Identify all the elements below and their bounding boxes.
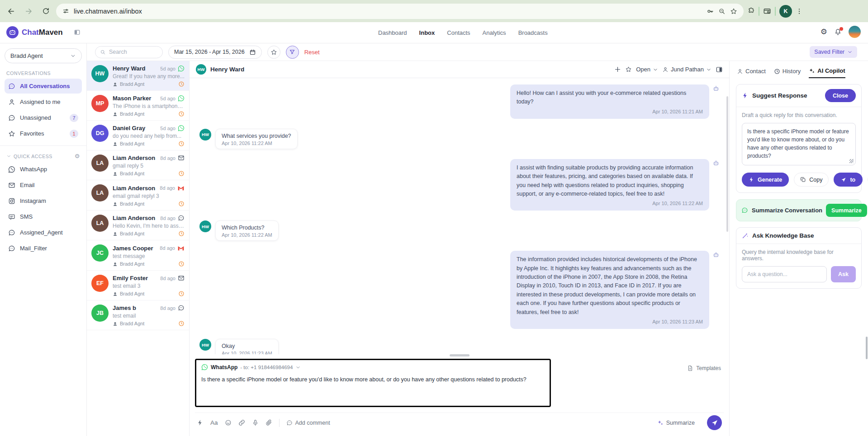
generate-button[interactable]: Generate [742, 173, 789, 187]
conversation-row-james-b[interactable]: JB James b8d ago test email Bradd Agnt [87, 300, 189, 330]
paper-plane-icon [711, 419, 718, 427]
search-input-wrap[interactable] [95, 46, 163, 58]
avatar: JB [91, 305, 109, 322]
templates-button[interactable]: Templates [687, 365, 721, 371]
sidebar-item-sms[interactable]: SMS [5, 209, 82, 224]
conversation-row-liam-anderson-3[interactable]: LA Liam Anderson8d ago Hello Kevin, I'm … [87, 211, 189, 240]
sidebar-item-favorites[interactable]: Favorites 1 [5, 126, 82, 141]
sparkle-icon [809, 68, 815, 74]
conversation-row-henry-ward[interactable]: HW Henry Ward5d ago Great! If you have a… [87, 61, 189, 91]
link-icon[interactable] [238, 419, 245, 426]
bookmark-star-icon[interactable] [730, 8, 737, 15]
sidebar-item-assigned-agent[interactable]: Assigned_Agent [5, 225, 82, 240]
sidebar-item-all-conversations[interactable]: All Conversations [5, 79, 82, 94]
emoji-icon[interactable] [225, 419, 232, 426]
browser-forward-button[interactable] [22, 5, 35, 18]
browser-profile-avatar[interactable]: K [779, 5, 792, 18]
summarize-button[interactable]: Summarize [657, 420, 695, 426]
zoom-out-icon[interactable] [718, 8, 726, 15]
favorite-filter-button[interactable] [267, 46, 280, 59]
sidebar-item-instagram[interactable]: Instagram [5, 193, 82, 208]
summarize-conversation-button[interactable]: Summarize [826, 204, 867, 217]
reset-filters-button[interactable]: Reset [304, 49, 320, 56]
conversation-row-liam-anderson-1[interactable]: LA Liam Anderson8d ago gmail reply 5 Bra… [87, 150, 189, 180]
knowledge-question-input[interactable] [742, 266, 827, 282]
resize-handle[interactable] [849, 159, 854, 163]
page-scrollbar[interactable] [866, 337, 868, 359]
browser-reload-button[interactable] [39, 5, 52, 18]
conversation-row-liam-anderson-2[interactable]: LA Liam Anderson8d ago email gmail reply… [87, 180, 189, 211]
url-bar[interactable]: live.chatmaven.ai/inbox [56, 4, 744, 19]
notifications-bell-icon[interactable] [834, 28, 842, 36]
chat-scrollbar[interactable] [726, 96, 728, 232]
chrome-separator [759, 7, 759, 16]
quick-access-gear-icon[interactable]: ⚙ [75, 153, 80, 159]
conversation-row-mason-parker[interactable]: MP Mason Parker5d ago The iPhone is a sm… [87, 91, 189, 121]
text-format-icon[interactable]: Aa [210, 419, 218, 426]
sidebar-item-unassigned[interactable]: Unassigned 7 [5, 110, 82, 125]
sidebar-item-whatsapp[interactable]: WhatsApp [5, 162, 82, 177]
inbox-toolbar: Mar 15, 2026 - Apr 15, 2026 Reset Saved … [87, 43, 868, 61]
filter-button[interactable] [286, 46, 299, 59]
chevron-down-icon[interactable] [6, 154, 11, 159]
send-button[interactable] [707, 415, 722, 430]
chevron-down-icon[interactable] [295, 365, 301, 370]
send-to-button[interactable]: to [834, 173, 863, 187]
password-key-icon[interactable] [707, 8, 714, 15]
chat-bubble-icon [8, 245, 15, 252]
ask-button[interactable]: Ask [831, 266, 856, 282]
quick-reply-bolt-icon[interactable] [197, 419, 204, 426]
favorite-star-button[interactable] [625, 66, 632, 73]
agent-select[interactable]: Bradd Agent [5, 48, 82, 63]
comment-bubble-icon [286, 420, 293, 426]
url-text[interactable]: live.chatmaven.ai/inbox [74, 8, 702, 15]
tab-contacts[interactable]: Contacts [447, 29, 470, 36]
sidebar-item-mail-filter[interactable]: Mail_Filter [5, 241, 82, 256]
search-input[interactable] [109, 49, 158, 55]
microphone-icon[interactable] [252, 419, 259, 426]
composer-recipient[interactable]: - to: +1 918446984694 [240, 365, 293, 370]
message-input-box[interactable]: WhatsApp - to: +1 918446984694 Is there … [195, 359, 551, 407]
sidebar-item-email[interactable]: Email [5, 178, 82, 192]
date-range-picker[interactable]: Mar 15, 2026 - Apr 15, 2026 [168, 46, 262, 59]
toggle-right-panel-icon[interactable] [716, 66, 723, 73]
app-header: ChatMaven Dashboard Inbox Contacts Analy… [0, 22, 868, 43]
close-button[interactable]: Close [825, 89, 856, 102]
conversation-row-emily-foster[interactable]: EF Emily Foster8d ago test email 3 Bradd… [87, 271, 189, 300]
message-time: Apr 10, 2026 11:23 AM [517, 318, 703, 326]
chatmaven-robot-icon [6, 26, 19, 38]
tab-dashboard[interactable]: Dashboard [378, 29, 407, 36]
envelope-icon [178, 155, 185, 161]
add-comment-button[interactable]: Add comment [286, 420, 330, 426]
tab-analytics[interactable]: Analytics [483, 29, 506, 36]
saved-filter-dropdown[interactable]: Saved Filter [810, 46, 857, 58]
composer-channel[interactable]: WhatsApp [211, 364, 237, 370]
suggested-reply-textarea[interactable]: Is there a specific iPhone model or feat… [742, 123, 856, 165]
settings-gear-icon[interactable]: ⚙ [821, 28, 827, 36]
message-list[interactable]: Hello! How can I assist you with your e-… [190, 78, 729, 354]
device-toolbar-icon[interactable] [763, 7, 771, 15]
tune-icon[interactable] [62, 8, 69, 14]
assignee-dropdown[interactable]: Jund Pathan [662, 66, 711, 73]
contact-avatar: HW [199, 220, 211, 232]
attachment-icon[interactable] [266, 419, 272, 426]
add-button[interactable] [614, 66, 621, 73]
brand-logo[interactable]: ChatMaven [6, 26, 63, 38]
conversation-row-james-cooper[interactable]: JC James Cooper8d ago test message Bradd… [87, 240, 189, 271]
browser-back-button[interactable] [5, 5, 18, 18]
tab-inbox[interactable]: Inbox [419, 29, 435, 36]
tab-contact[interactable]: Contact [737, 68, 766, 78]
browser-menu-icon[interactable] [796, 8, 803, 15]
tab-broadcasts[interactable]: Broadcasts [518, 29, 548, 36]
extensions-icon[interactable] [747, 7, 755, 15]
tab-history[interactable]: History [774, 68, 801, 78]
user-avatar[interactable] [849, 26, 861, 38]
composer-text[interactable]: Is there a specific iPhone model or feat… [201, 375, 545, 384]
conversation-row-daniel-gray[interactable]: DG Daniel Gray5d ago do you need any hel… [87, 121, 189, 150]
sidebar-toggle-icon[interactable] [74, 29, 81, 36]
status-dropdown[interactable]: Open [636, 66, 658, 73]
composer-drag-handle[interactable] [450, 354, 470, 356]
tab-ai-copilot[interactable]: AI Copilot [809, 67, 845, 78]
copy-button[interactable]: Copy [794, 173, 829, 187]
sidebar-item-assigned-to-me[interactable]: Assigned to me [5, 94, 82, 109]
